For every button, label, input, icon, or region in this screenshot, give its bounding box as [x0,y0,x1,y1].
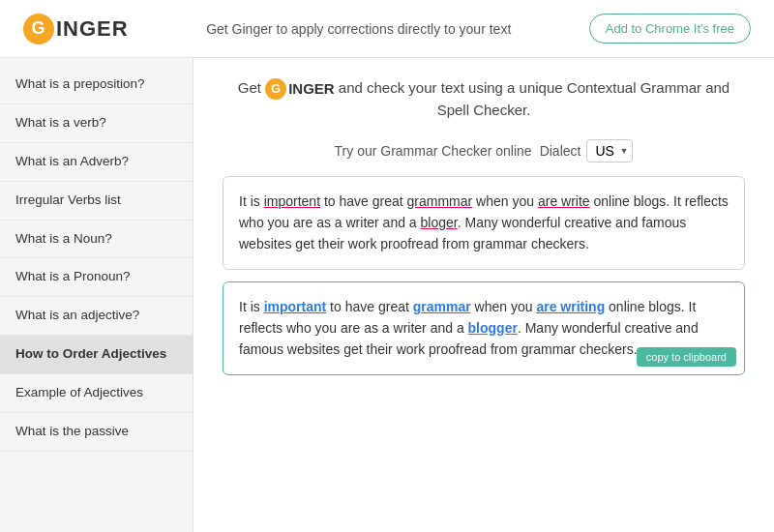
logo-text: INGER [56,16,129,42]
header: GINGER Get Ginger to apply corrections d… [0,0,774,58]
dialect-select[interactable]: US UK [586,139,633,163]
sidebar-item-0[interactable]: What is a preposition? [0,66,193,104]
dialect-row: Try our Grammar Checker online Dialect U… [223,139,745,163]
content-tagline: Get GINGER and check your text using a u… [223,77,745,122]
add-to-chrome-button[interactable]: Add to Chrome It's free [589,14,751,44]
logo-g-icon: G [23,14,54,44]
original-text-box: It is importent to have great grammmar w… [223,176,745,270]
corr-mid1: to have great [326,299,413,314]
corrected-grammar: grammar [413,299,471,314]
corrected-blogger: blogger [468,320,518,336]
error-importent: importent [264,193,320,209]
corr-prefix: It is [239,299,264,314]
logo: GINGER [23,14,129,44]
error-are-write: are write [538,193,590,209]
ginger-logo-small: G [265,78,286,100]
sidebar-item-4[interactable]: What is a Noun? [0,221,193,259]
sidebar-item-1[interactable]: What is a verb? [0,104,193,143]
corr-mid2: when you [471,299,537,314]
sidebar-item-6[interactable]: What is an adjective? [0,297,193,336]
error-grammmar: grammmar [407,193,473,209]
main-layout: What is a preposition?What is a verb?Wha… [0,58,774,532]
copy-to-clipboard-button[interactable]: copy to clipboard [637,347,736,367]
orig-mid1: to have great [320,193,407,209]
sidebar-item-3[interactable]: Irregular Verbs list [0,182,193,221]
tagline-prefix: Get [238,79,265,96]
corrected-important: important [264,299,327,314]
sidebar-item-5[interactable]: What is a Pronoun? [0,258,193,297]
content-area: Get GINGER and check your text using a u… [194,58,774,532]
orig-prefix: It is [239,193,264,209]
sidebar-item-2[interactable]: What is an Adverb? [0,143,193,182]
orig-mid2: when you [472,193,538,209]
dialect-label-text: Dialect [540,143,581,159]
sidebar-item-8[interactable]: Example of Adjectives [0,374,193,413]
corrected-text-box: It is important to have great grammar wh… [223,281,745,375]
tagline-suffix: and check your text using a unique Conte… [335,79,730,118]
grammar-checker-label: Try our Grammar Checker online [335,143,532,159]
sidebar-item-9[interactable]: What is the passive [0,413,193,452]
sidebar-item-7[interactable]: How to Order Adjectives [0,336,193,374]
error-bloger: bloger [421,215,458,230]
ginger-brand-inline: GINGER [265,78,335,101]
corrected-are-writing: are writing [536,299,605,314]
dialect-wrapper: US UK [586,139,633,163]
sidebar: What is a preposition?What is a verb?Wha… [0,58,194,532]
header-tagline: Get Ginger to apply corrections directly… [129,21,589,37]
ginger-brand-name: INGER [288,78,335,101]
